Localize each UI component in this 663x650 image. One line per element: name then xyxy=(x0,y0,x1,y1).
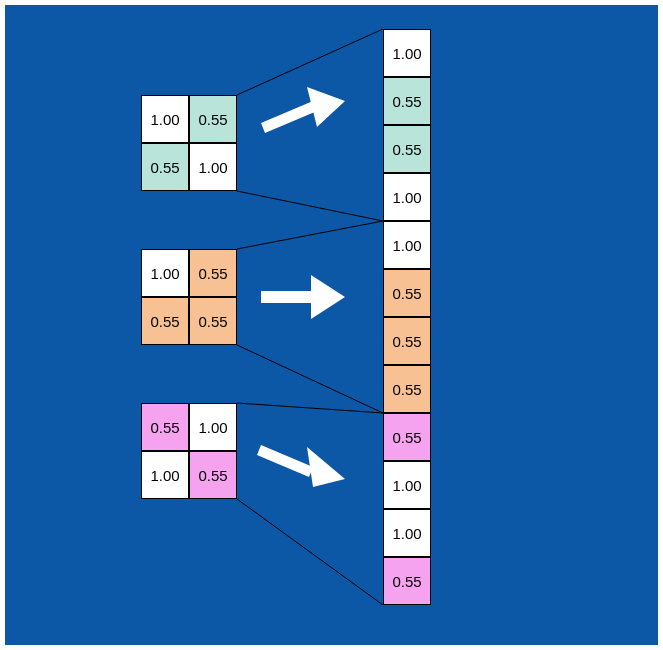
diagram-stage: 1.00 0.55 0.55 1.00 1.00 0.55 0.55 0.55 … xyxy=(5,5,658,645)
column-cell-5: 0.55 xyxy=(383,269,431,317)
arrow-right-icon xyxy=(253,81,353,141)
column-cell-2: 0.55 xyxy=(383,125,431,173)
grid-teal-cell-0-1: 0.55 xyxy=(189,95,237,143)
grid-teal-cell-1-0: 0.55 xyxy=(141,143,189,191)
column-cell-3: 1.00 xyxy=(383,173,431,221)
svg-line-2 xyxy=(237,221,383,249)
svg-line-3 xyxy=(237,345,383,413)
guide-lines xyxy=(5,5,658,645)
svg-marker-6 xyxy=(261,101,317,133)
grid-pink-cell-1-0: 1.00 xyxy=(141,451,189,499)
column-cell-1: 0.55 xyxy=(383,77,431,125)
grid-pink-cell-0-0: 0.55 xyxy=(141,403,189,451)
grid-teal-cell-0-0: 1.00 xyxy=(141,95,189,143)
column-cell-11: 0.55 xyxy=(383,557,431,605)
svg-marker-7 xyxy=(307,87,345,127)
svg-line-0 xyxy=(237,29,383,95)
grid-orange-cell-1-0: 0.55 xyxy=(141,297,189,345)
grid-pink-cell-1-1: 0.55 xyxy=(189,451,237,499)
grid-pink-cell-0-1: 1.00 xyxy=(189,403,237,451)
column-cell-6: 0.55 xyxy=(383,317,431,365)
svg-line-5 xyxy=(237,499,383,605)
svg-line-1 xyxy=(237,191,383,221)
grid-orange-cell-1-1: 0.55 xyxy=(189,297,237,345)
arrow-right-icon xyxy=(253,269,353,325)
svg-marker-9 xyxy=(311,275,345,319)
column-cell-7: 0.55 xyxy=(383,365,431,413)
svg-rect-8 xyxy=(261,291,315,303)
column-cell-9: 1.00 xyxy=(383,461,431,509)
grid-teal-cell-1-1: 1.00 xyxy=(189,143,237,191)
grid-orange-cell-0-0: 1.00 xyxy=(141,249,189,297)
column-cell-8: 0.55 xyxy=(383,413,431,461)
svg-marker-10 xyxy=(257,445,313,477)
svg-marker-11 xyxy=(307,447,345,487)
svg-line-4 xyxy=(237,403,383,413)
arrow-right-icon xyxy=(253,433,353,493)
grid-orange-cell-0-1: 0.55 xyxy=(189,249,237,297)
column-cell-4: 1.00 xyxy=(383,221,431,269)
column-cell-10: 1.00 xyxy=(383,509,431,557)
column-cell-0: 1.00 xyxy=(383,29,431,77)
